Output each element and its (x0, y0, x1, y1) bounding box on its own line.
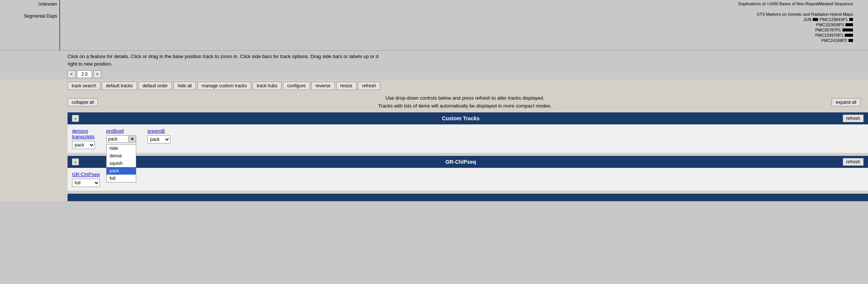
probcell-option-dense[interactable]: dense (107, 152, 136, 160)
prepro-b-select[interactable]: hide dense squish pack full (147, 135, 170, 143)
probcell-dropdown-container: pack ▼ hide dense squish pack full (106, 135, 136, 143)
probcell-link[interactable]: proBcell (106, 128, 136, 134)
gr-chipseq-title: GR-ChIPseq (445, 159, 476, 165)
manage-custom-tracks-button[interactable]: manage custom tracks (197, 82, 251, 90)
jun-label: JUN (803, 17, 811, 22)
denovo-transcripts-link[interactable]: denovotranscripts (72, 128, 95, 139)
pmc152658-box (845, 23, 853, 26)
prepro-b-track: preproB hide dense squish pack full (147, 128, 170, 143)
pmc129843-box (849, 18, 853, 21)
track-hubs-button[interactable]: track hubs (253, 82, 281, 90)
bottom-blue-bar (68, 194, 868, 201)
gr-chipseq-link[interactable]: GR-ChIPseq (72, 172, 100, 177)
segmental-dups-label: Segmental Dups (24, 13, 57, 19)
expand-all-button[interactable]: expand all (832, 98, 860, 106)
pmc55787-box (842, 28, 853, 31)
custom-tracks-minus[interactable]: - (72, 115, 79, 122)
probcell-select-value: pack (107, 136, 128, 142)
probcell-track: proBcell pack ▼ hide dense squish pack f… (106, 128, 136, 143)
sts-markers-area: STS Markers on Genetic and Radiation Hyb… (757, 12, 853, 43)
hide-all-button[interactable]: hide all (173, 82, 196, 90)
probcell-option-pack[interactable]: pack (107, 167, 136, 175)
pmc24168-label: PMC24168P2 (821, 38, 847, 43)
prepro-b-link[interactable]: preproB (147, 128, 170, 134)
info-line2: right to new position. (68, 61, 112, 67)
denovo-transcripts-select[interactable]: hide dense squish pack full (72, 141, 95, 149)
info-area: Click on a feature for details. Click or… (0, 51, 868, 69)
info-line1: Click on a feature for details. Click or… (68, 54, 379, 59)
reverse-button[interactable]: reverse (311, 82, 335, 90)
zoom-input[interactable] (77, 70, 92, 78)
toolbar: track search default tracks default orde… (0, 79, 868, 92)
denovo-transcripts-track: denovotranscripts hide dense squish pack… (72, 128, 95, 149)
probcell-dropdown-menu: hide dense squish pack full (106, 144, 136, 182)
default-tracks-button[interactable]: default tracks (102, 82, 137, 90)
collapse-all-button[interactable]: collapse all (68, 98, 98, 106)
custom-tracks-header: - Custom Tracks refresh (68, 112, 868, 124)
main-content: - Custom Tracks refresh denovotranscript… (0, 112, 868, 201)
mid-text-line1: Use drop-down controls below and press r… (98, 94, 832, 102)
default-order-button[interactable]: default order (138, 82, 172, 90)
duplication-track-label: Duplications of >1000 Bases of Non-Repea… (739, 1, 853, 6)
probcell-option-full[interactable]: full (107, 175, 136, 182)
mid-text-line2: Tracks with lots of items will automatic… (98, 102, 832, 110)
gr-chipseq-select[interactable]: hide dense squish pack full (72, 179, 100, 187)
pmc152658-label: PMC152658P3 (816, 22, 844, 27)
gr-chipseq-minus[interactable]: - (72, 158, 79, 165)
track-search-button[interactable]: track search (68, 82, 100, 90)
custom-tracks-refresh-button[interactable]: refresh (843, 115, 863, 122)
custom-tracks-title: Custom Tracks (442, 115, 480, 121)
gr-chipseq-tracks-area: GR-ChIPseq hide dense squish pack full (68, 168, 868, 191)
resize-button[interactable]: resize (336, 82, 357, 90)
probcell-dropdown-arrow[interactable]: ▼ (128, 136, 136, 142)
jun-box (813, 18, 818, 21)
sts-label: STS Markers on Genetic and Radiation Hyb… (757, 12, 853, 16)
gr-chipseq-section: - GR-ChIPseq refresh GR-ChIPseq hide den… (68, 156, 868, 191)
pmc55787-label: PMC55787P1 (815, 28, 841, 32)
refresh-top-button[interactable]: refresh (358, 82, 380, 90)
configure-button[interactable]: configure (283, 82, 310, 90)
pmc153970-label: PMC153970P1 (815, 33, 843, 37)
probcell-option-squish[interactable]: squish (107, 160, 136, 167)
custom-tracks-area: denovotranscripts hide dense squish pack… (68, 124, 868, 153)
pmc129843-label: PMC129843P1 (820, 17, 848, 22)
gr-chipseq-refresh-button[interactable]: refresh (843, 158, 863, 166)
pmc24168-box (848, 39, 853, 42)
gr-chipseq-track: GR-ChIPseq hide dense squish pack full (72, 172, 100, 187)
nav-left-button[interactable]: < (68, 70, 75, 78)
pmc153970-box (845, 34, 853, 37)
nav-right-button[interactable]: > (93, 70, 101, 78)
probcell-option-hide[interactable]: hide (107, 145, 136, 152)
gr-chipseq-header: - GR-ChIPseq refresh (68, 156, 868, 168)
unknown-label: Unknown (38, 1, 57, 7)
mid-controls: collapse all Use drop-down controls belo… (0, 92, 868, 112)
